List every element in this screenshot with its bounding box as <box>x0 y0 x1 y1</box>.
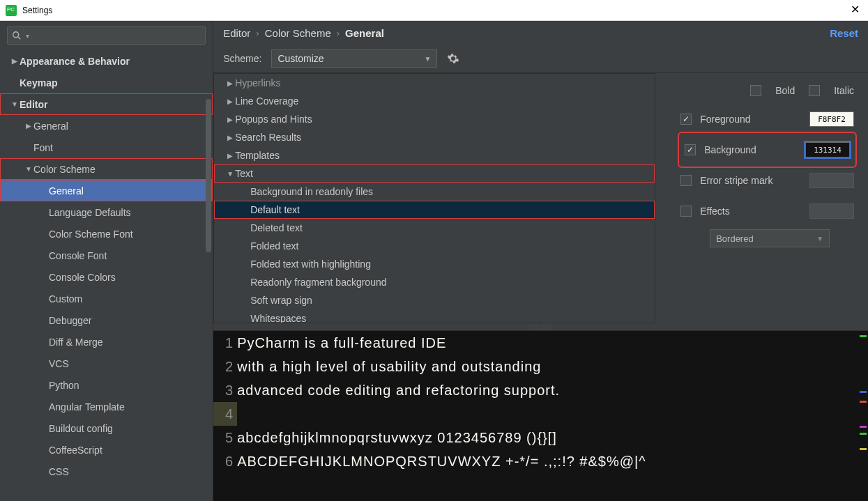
tree-item-console-colors[interactable]: Console Colors <box>0 266 213 288</box>
close-icon[interactable]: ✕ <box>851 3 860 16</box>
splitter-handle[interactable]: ░░░░ <box>213 323 868 330</box>
tree-item-coffeescript[interactable]: CoffeeScript <box>0 439 213 461</box>
tree-item-label: Buildout config <box>49 423 113 434</box>
tree-item-appearance-behavior[interactable]: ▶Appearance & Behavior <box>0 50 213 72</box>
tree-item-label: Console Font <box>49 250 107 261</box>
preview-line: 6ABCDEFGHIJKLMNOPQRSTUVWXYZ +-*/= .,;:!?… <box>213 449 868 473</box>
scheme-value: Customize <box>277 53 323 64</box>
scheme-row: Scheme: Customize ▼ <box>213 45 868 72</box>
category-readonly-fragment-background[interactable]: Readonly fragment background <box>214 273 655 291</box>
category-list[interactable]: ▶Hyperlinks▶Line Coverage▶Popups and Hin… <box>213 73 655 323</box>
sidebar: ▾ ▶Appearance & BehaviorKeymap▼Editor▶Ge… <box>0 21 213 501</box>
category-deleted-text[interactable]: Deleted text <box>214 219 655 237</box>
category-soft-wrap-sign[interactable]: Soft wrap sign <box>214 291 655 309</box>
background-checkbox[interactable] <box>685 144 696 155</box>
mark <box>860 335 867 337</box>
search-input[interactable]: ▾ <box>7 26 206 45</box>
breadcrumb: Editor › Color Scheme › General Reset <box>213 21 868 45</box>
tree-item-color-scheme-font[interactable]: Color Scheme Font <box>0 223 213 245</box>
effects-row: Effects <box>680 196 854 226</box>
foreground-color-field[interactable]: F8F8F2 <box>809 111 854 127</box>
background-color-field[interactable]: 131314 <box>805 142 850 157</box>
category-templates[interactable]: ▶Templates <box>214 146 655 164</box>
settings-tree[interactable]: ▶Appearance & BehaviorKeymap▼Editor▶Gene… <box>0 50 213 501</box>
italic-label: Italic <box>834 85 854 96</box>
tree-item-general[interactable]: General <box>0 180 213 201</box>
foreground-checkbox[interactable] <box>680 114 692 125</box>
effects-type-select[interactable]: Bordered ▼ <box>710 229 830 247</box>
crumb-editor[interactable]: Editor <box>223 27 250 39</box>
tree-item-console-font[interactable]: Console Font <box>0 245 213 266</box>
tree-item-color-scheme[interactable]: ▼Color Scheme <box>0 158 213 180</box>
tree-item-font[interactable]: Font <box>0 137 213 158</box>
bold-label: Bold <box>775 85 795 96</box>
mid-top: ▶Hyperlinks▶Line Coverage▶Popups and Hin… <box>213 72 868 323</box>
scrollbar-thumb[interactable] <box>206 99 211 252</box>
foreground-label: Foreground <box>700 114 750 125</box>
tree-item-angular-template[interactable]: Angular Template <box>0 396 213 417</box>
tree-item-editor[interactable]: ▼Editor <box>0 93 213 115</box>
effects-checkbox[interactable] <box>680 206 692 217</box>
scheme-label: Scheme: <box>223 53 261 64</box>
tree-item-custom[interactable]: Custom <box>0 288 213 309</box>
gutter-line-number: 1 <box>213 331 237 355</box>
category-folded-text[interactable]: Folded text <box>214 237 655 255</box>
category-label: Soft wrap sign <box>250 295 312 306</box>
scheme-select[interactable]: Customize ▼ <box>271 49 437 68</box>
category-label: Whitespaces <box>250 313 306 323</box>
bold-checkbox[interactable] <box>750 85 761 96</box>
category-arrow-icon: ▶ <box>225 116 235 123</box>
properties-panel: Bold Italic Foreground F8F8F2 Background… <box>655 73 868 323</box>
tree-item-css[interactable]: CSS <box>0 461 213 482</box>
category-search-results[interactable]: ▶Search Results <box>214 128 655 146</box>
category-label: Popups and Hints <box>235 114 312 125</box>
tree-item-label: CSS <box>49 466 69 477</box>
tree-item-general[interactable]: ▶General <box>0 115 213 137</box>
foreground-row: Foreground F8F8F2 <box>680 104 854 134</box>
category-label: Default text <box>250 204 300 215</box>
category-whitespaces[interactable]: Whitespaces <box>214 309 655 323</box>
main-panel: Editor › Color Scheme › General Reset Sc… <box>213 21 868 501</box>
category-line-coverage[interactable]: ▶Line Coverage <box>214 92 655 110</box>
tree-item-label: Console Colors <box>49 272 116 283</box>
tree-item-keymap[interactable]: Keymap <box>0 72 213 93</box>
tree-item-label: General <box>33 121 68 132</box>
preview-editor[interactable]: 1PyCharm is a full-featured IDE2with a h… <box>213 330 868 501</box>
category-folded-text-with-highlighting[interactable]: Folded text with highlighting <box>214 255 655 273</box>
reset-link[interactable]: Reset <box>830 27 858 39</box>
tree-item-label: General <box>49 185 84 196</box>
tree-item-language-defaults[interactable]: Language Defaults <box>0 201 213 223</box>
gear-icon[interactable] <box>447 52 459 65</box>
crumb-color-scheme[interactable]: Color Scheme <box>265 27 331 39</box>
search-history-caret[interactable]: ▾ <box>26 32 29 40</box>
error-stripe-checkbox[interactable] <box>680 175 692 186</box>
tree-item-label: Keymap <box>20 77 57 88</box>
category-popups-and-hints[interactable]: ▶Popups and Hints <box>214 110 655 128</box>
effects-label: Effects <box>700 206 730 217</box>
category-arrow-icon: ▶ <box>225 98 235 105</box>
preview-line: 1PyCharm is a full-featured IDE <box>213 331 868 355</box>
effects-color-field[interactable] <box>809 203 854 219</box>
category-label: Text <box>235 168 253 179</box>
workarea: ▾ ▶Appearance & BehaviorKeymap▼Editor▶Ge… <box>0 21 868 501</box>
category-label: Deleted text <box>250 222 303 233</box>
category-default-text[interactable]: Default text <box>214 201 655 219</box>
category-label: Templates <box>235 150 280 161</box>
tree-item-debugger[interactable]: Debugger <box>0 309 213 331</box>
preview-line: 2with a high level of usability and outs… <box>213 355 868 378</box>
tree-item-vcs[interactable]: VCS <box>0 353 213 374</box>
tree-item-diff-merge[interactable]: Diff & Merge <box>0 331 213 353</box>
tree-item-label: Debugger <box>49 315 92 326</box>
titlebar: Settings ✕ <box>0 0 868 21</box>
category-hyperlinks[interactable]: ▶Hyperlinks <box>214 74 655 92</box>
italic-checkbox[interactable] <box>809 85 820 96</box>
tree-item-python[interactable]: Python <box>0 374 213 396</box>
category-text[interactable]: ▼Text <box>214 164 655 183</box>
tree-item-label: Appearance & Behavior <box>20 56 130 67</box>
preview-line: 5abcdefghijklmnopqrstuvwxyz 0123456789 (… <box>213 426 868 449</box>
search-icon <box>12 31 22 40</box>
category-background-in-readonly-files[interactable]: Background in readonly files <box>214 183 655 201</box>
error-stripe-color-field[interactable] <box>809 173 854 188</box>
tree-item-label: Font <box>33 142 53 153</box>
tree-item-buildout-config[interactable]: Buildout config <box>0 417 213 439</box>
